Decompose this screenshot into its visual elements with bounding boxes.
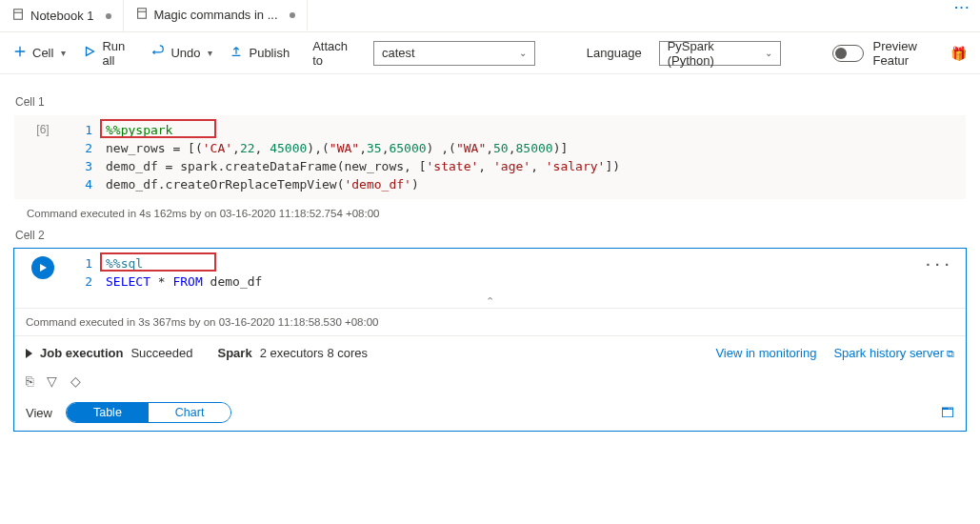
cell-2[interactable]: 1 2 ···%%sql SELECT * FROM demo_df ⌃ Com…: [13, 248, 967, 432]
code-text[interactable]: %%pyspark new_rows = [('CA',22, 45000),(…: [106, 119, 956, 193]
code-editor[interactable]: [6] 1 2 3 4 %%pyspark new_rows = [('CA',…: [14, 115, 966, 199]
code-text[interactable]: ···%%sql SELECT * FROM demo_df: [106, 252, 956, 292]
unsaved-dot-icon: [290, 12, 295, 18]
label: Publish: [249, 46, 290, 60]
job-status: Succeeded: [130, 346, 192, 360]
notebook-icon: [135, 7, 149, 23]
value: PySpark (Python): [668, 39, 763, 68]
attach-to-select[interactable]: catest ⌄: [373, 41, 535, 66]
spark-value: 2 executors 8 cores: [260, 346, 368, 360]
value: catest: [382, 46, 415, 60]
attach-to-label: Attach to: [312, 39, 356, 68]
view-label: View: [26, 406, 52, 420]
highlight-box: [100, 119, 216, 138]
tabs-overflow[interactable]: ···: [945, 0, 980, 31]
spark-history-link[interactable]: Spark history server⧉: [833, 346, 954, 360]
tab-label: Magic commands in ...: [154, 8, 278, 22]
spark-label: Spark: [217, 346, 251, 360]
label: Preview Featur: [873, 39, 945, 68]
run-cell-button[interactable]: [31, 256, 54, 279]
add-cell-button[interactable]: Cell ▾: [13, 45, 66, 61]
preview-features-toggle[interactable]: Preview Featur 🎁: [832, 39, 967, 68]
collapse-chevron-icon[interactable]: ⌃: [14, 295, 966, 308]
toggle-icon: [832, 45, 864, 62]
chevron-down-icon: ⌄: [519, 48, 527, 58]
label: Run all: [102, 39, 134, 68]
view-in-monitoring-link[interactable]: View in monitoring: [715, 346, 816, 360]
label: Cell: [32, 46, 53, 60]
result-settings-icon[interactable]: 🗔: [941, 405, 954, 420]
publish-button[interactable]: Publish: [230, 45, 290, 61]
tab-notebook-1[interactable]: Notebook 1: [0, 0, 124, 31]
run-all-button[interactable]: Run all: [83, 39, 134, 68]
svg-rect-0: [14, 10, 23, 20]
filter-icon[interactable]: ▽: [47, 373, 57, 389]
cell-1-status: Command executed in 4s 162ms by on 03-16…: [13, 200, 967, 221]
language-label: Language: [587, 46, 642, 60]
job-label: Job execution: [40, 346, 123, 360]
chevron-down-icon: ⌄: [765, 48, 772, 58]
notebook-icon: [11, 8, 25, 24]
external-link-icon: ⧉: [947, 348, 954, 359]
publish-icon: [230, 45, 243, 61]
toolbar: Cell ▾ Run all Undo ▾ Publish Attach to …: [0, 32, 980, 74]
cell-more-menu[interactable]: ···: [925, 256, 952, 274]
chevron-down-icon: ▾: [208, 48, 212, 58]
expand-triangle-icon[interactable]: [26, 349, 32, 358]
exec-count: [6]: [14, 119, 71, 193]
gift-icon: 🎁: [950, 46, 967, 61]
undo-button[interactable]: Undo ▾: [151, 45, 212, 61]
undo-icon: [151, 45, 165, 61]
language-select[interactable]: PySpark (Python) ⌄: [659, 41, 781, 66]
tab-label: Notebook 1: [30, 9, 94, 23]
label: Undo: [170, 46, 200, 60]
code-editor[interactable]: 1 2 ···%%sql SELECT * FROM demo_df: [14, 249, 966, 297]
svg-rect-2: [137, 9, 146, 19]
play-icon: [83, 45, 96, 61]
copy-icon[interactable]: ⎘: [26, 373, 33, 389]
cell-1-label: Cell 1: [15, 95, 967, 109]
cell-2-status: Command executed in 3s 367ms by on 03-16…: [14, 308, 966, 335]
chevron-down-icon: ▾: [61, 48, 66, 58]
plus-icon: [13, 45, 27, 61]
view-row: View Table Chart 🗔: [14, 391, 966, 431]
unsaved-dot-icon: [106, 13, 111, 19]
cell-1[interactable]: [6] 1 2 3 4 %%pyspark new_rows = [('CA',…: [13, 114, 967, 200]
tab-bar: Notebook 1 Magic commands in ... ···: [0, 0, 980, 32]
highlight-box: [100, 252, 216, 272]
cell-2-label: Cell 2: [15, 229, 967, 242]
view-table-button[interactable]: Table: [67, 403, 149, 422]
output-toolbar: ⎘ ▽ ◇: [14, 368, 966, 391]
notebook-content: Cell 1 [6] 1 2 3 4 %%pyspark new_rows = …: [0, 74, 980, 432]
job-execution-row: Job execution Succeeded Spark 2 executor…: [14, 335, 966, 368]
view-segmented-control: Table Chart: [66, 402, 231, 423]
tab-magic-commands[interactable]: Magic commands in ...: [124, 0, 308, 31]
clear-icon[interactable]: ◇: [70, 373, 81, 389]
view-chart-button[interactable]: Chart: [149, 403, 231, 422]
